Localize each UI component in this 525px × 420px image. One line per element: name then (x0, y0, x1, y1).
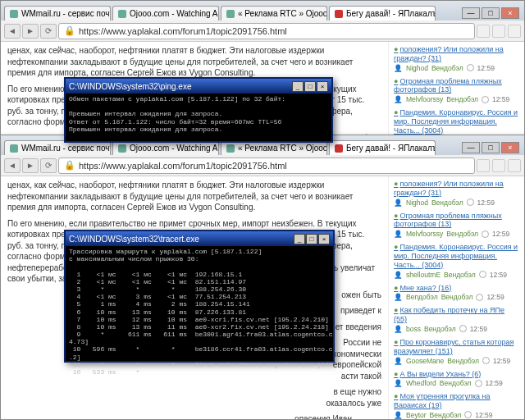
tab-yaplakal[interactable]: Бегу давай! - ЯПлакалъ× (329, 6, 436, 21)
bullet-icon: ● (394, 77, 398, 85)
window-controls: — □ × (460, 6, 521, 21)
clock-icon (464, 411, 472, 418)
maximize-button[interactable]: □ (482, 142, 500, 153)
menu-icon[interactable] (508, 159, 521, 172)
username[interactable]: Вендобэл (446, 95, 478, 103)
cmd-titlebar[interactable]: C:\WINDOWS\system32\tracert.exe _ □ × (66, 231, 333, 246)
topic-link[interactable]: ●Огромная проблема пляжных фотографов (1… (394, 77, 519, 95)
topic-link[interactable]: ●положения? Или положили на граждан? (31… (394, 45, 519, 63)
username[interactable]: Вендобэл (446, 230, 478, 238)
close-button[interactable]: × (501, 142, 519, 153)
minimize-button[interactable]: — (462, 7, 480, 19)
topic-meta: 👤MelvfoorssyВендобэл12:59 (394, 230, 519, 238)
topic-link[interactable]: ●Как победить протечку на ЯПе (55) (394, 306, 519, 324)
bullet-icon: ● (394, 338, 398, 346)
tab-wmmail[interactable]: WMmail.ru - сервис почтов...× (4, 6, 111, 21)
username[interactable]: Вендобэл (430, 411, 462, 419)
cmd-window-ping[interactable]: C:\WINDOWS\system32\ping.exe _ □ × Обмен… (64, 77, 333, 143)
tab-rtc[interactable]: « Реклама RTC » Ojooo.com× (221, 6, 327, 21)
topic-meta: 👤MelvfoorssyВендобэл12:59 (394, 95, 519, 103)
reload-button[interactable]: ⟳ (40, 24, 57, 39)
url-input[interactable]: 🔒https://www.yaplakal.com/forum1/topic20… (58, 158, 475, 174)
minimize-button[interactable]: — (462, 142, 480, 153)
username[interactable]: Вендобэл (447, 357, 479, 365)
maximize-button[interactable]: □ (306, 234, 317, 244)
topic-link[interactable]: ●Моя утренняя прогулка на Вараисах (19) (394, 392, 519, 410)
ext-icon[interactable] (492, 25, 505, 38)
url-input[interactable]: 🔒https://www.yaplakal.com/forum1/topic20… (58, 23, 475, 39)
back-button[interactable]: ◄ (4, 158, 21, 173)
username[interactable]: Whedford (406, 379, 436, 387)
sidebar-topic[interactable]: ●Огромная проблема пляжных фотографов (1… (394, 77, 519, 104)
username[interactable]: Вендобэл (441, 293, 473, 301)
username[interactable]: Вендобэл (440, 379, 472, 387)
topic-meta: 👤NighodВендобэл12:59 (394, 199, 519, 207)
favicon-icon (10, 144, 18, 153)
username[interactable]: GooseMane (406, 357, 444, 365)
clock-icon (475, 380, 482, 387)
username[interactable]: Melvfoorssy (406, 230, 443, 238)
topic-link[interactable]: ●А Вы видели Ухань? (6) (394, 370, 519, 379)
sidebar-topic[interactable]: ●А Вы видели Ухань? (6)👤WhedfordВендобэл… (394, 370, 519, 388)
sidebar-topic[interactable]: ●Мне хана? (16)👤ВеnдобэлВендобэл12:59 (394, 284, 519, 302)
topic-link[interactable]: ●Огромная проблема пляжных фотографов (1… (394, 212, 519, 230)
timestamp: 12:59 (490, 271, 507, 279)
cmd-titlebar[interactable]: C:\WINDOWS\system32\ping.exe _ □ × (66, 79, 331, 94)
forward-button[interactable]: ► (22, 158, 39, 173)
close-button[interactable]: × (318, 234, 330, 244)
menu-icon[interactable] (508, 25, 521, 38)
topic-link[interactable]: ●Мне хана? (16) (394, 284, 519, 293)
maximize-button[interactable]: □ (482, 7, 500, 19)
user-icon: 👤 (394, 411, 403, 419)
username[interactable]: Beytor (406, 411, 427, 419)
sidebar-topic[interactable]: ●Про коронавирус, статья которая вразумл… (394, 338, 519, 365)
topic-link[interactable]: ●Пандемия. Коронавирус. Россия и мир. По… (394, 108, 519, 135)
address-bar: ◄ ► ⟳ 🔒https://www.yaplakal.com/forum1/t… (1, 155, 524, 176)
username[interactable]: boss (406, 325, 421, 333)
bullet-icon: ● (394, 212, 398, 220)
user-icon: 👤 (394, 230, 403, 238)
username[interactable]: Вендобэл (431, 199, 463, 207)
minimize-button[interactable]: _ (294, 234, 305, 244)
username[interactable]: Вендобэл (444, 271, 476, 279)
sidebar-topic[interactable]: ●положения? Или положили на граждан? (31… (394, 45, 519, 72)
clock-icon (479, 271, 486, 278)
timestamp: 12:59 (477, 64, 495, 72)
close-button[interactable]: × (501, 7, 519, 19)
topic-link[interactable]: ●Про коронавирус, статья которая вразумл… (394, 338, 519, 356)
username[interactable]: Nighod (406, 64, 428, 72)
username[interactable]: Вендобэл (431, 64, 463, 72)
topic-meta: 👤GooseManeВендобэл12:59 (394, 357, 519, 365)
topic-link[interactable]: ●положения? Или положили на граждан? (31… (394, 180, 519, 198)
sidebar-topic[interactable]: ●положения? Или положили на граждан? (31… (394, 180, 519, 207)
bullet-icon: ● (394, 284, 398, 292)
minimize-button[interactable]: _ (292, 81, 304, 92)
cmd-window-tracert[interactable]: C:\WINDOWS\system32\tracert.exe _ □ × Тр… (64, 230, 335, 363)
sidebar-topic[interactable]: ●Огромная проблема пляжных фотографов (1… (394, 212, 519, 239)
username[interactable]: Вендобэл (424, 325, 456, 333)
user-icon: 👤 (394, 325, 403, 333)
username[interactable]: Веnдобэл (406, 293, 438, 301)
favicon-icon (226, 144, 235, 153)
username[interactable]: Melvfoorssy (406, 95, 443, 103)
cmd-output: Трассировка маршрута к yaplakal.com [5.1… (66, 246, 333, 377)
tab-ojooo[interactable]: Ojooo.com - Watching Ad -× (112, 6, 219, 21)
username[interactable]: shelloutmE (406, 271, 441, 279)
ext-icon[interactable] (477, 25, 490, 38)
maximize-button[interactable]: □ (304, 81, 316, 92)
topic-link[interactable]: ●Пандемия. Коронавирус. Россия и мир. По… (394, 243, 519, 269)
bullet-icon: ● (394, 45, 398, 53)
forward-button[interactable]: ► (22, 24, 39, 39)
ext-icon[interactable] (492, 159, 505, 172)
username[interactable]: Nighod (406, 199, 428, 207)
timestamp: 12:59 (475, 411, 492, 419)
ext-icon[interactable] (477, 159, 490, 172)
tab-yaplakal[interactable]: Бегу давай! - ЯПлакалъ× (329, 140, 436, 155)
close-button[interactable]: × (317, 81, 328, 92)
bullet-icon: ● (394, 108, 398, 116)
back-button[interactable]: ◄ (4, 24, 21, 39)
sidebar-topic[interactable]: ●Пандемия. Коронавирус. Россия и мир. По… (394, 243, 519, 278)
sidebar-topic[interactable]: ●Моя утренняя прогулка на Вараисах (19)👤… (394, 392, 519, 419)
sidebar-topic[interactable]: ●Как победить протечку на ЯПе (55)👤bossВ… (394, 306, 519, 333)
reload-button[interactable]: ⟳ (40, 158, 57, 173)
